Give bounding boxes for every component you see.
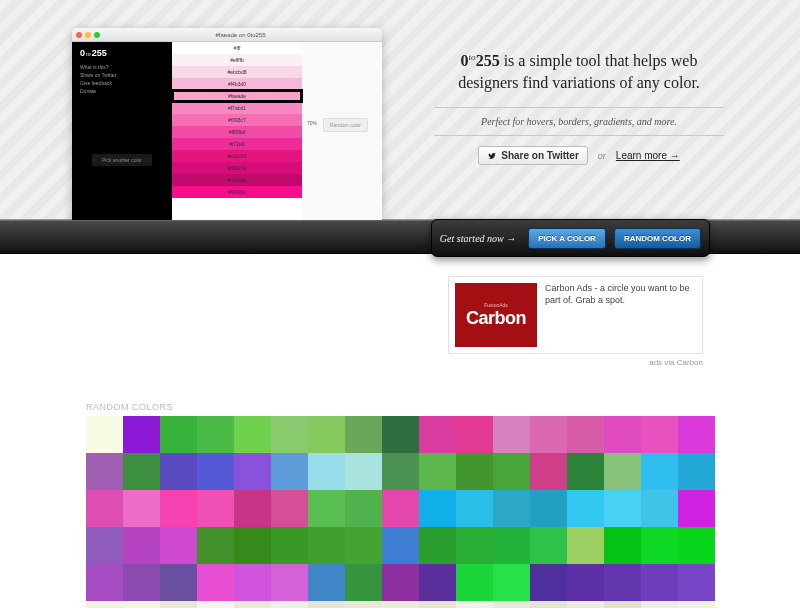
color-swatch[interactable]	[530, 490, 567, 527]
color-swatch[interactable]	[530, 453, 567, 490]
color-swatch[interactable]	[160, 416, 197, 453]
color-swatch[interactable]	[86, 601, 123, 608]
color-swatch[interactable]	[345, 527, 382, 564]
shade-swatch[interactable]: #f90d8a	[172, 186, 302, 198]
color-swatch[interactable]	[308, 453, 345, 490]
color-swatch[interactable]	[345, 601, 382, 608]
color-swatch[interactable]	[234, 453, 271, 490]
color-swatch[interactable]	[604, 416, 641, 453]
color-swatch[interactable]	[641, 416, 678, 453]
color-swatch[interactable]	[308, 490, 345, 527]
color-swatch[interactable]	[641, 527, 678, 564]
color-swatch[interactable]	[308, 416, 345, 453]
app-nav-link[interactable]: What is this?	[80, 64, 164, 70]
color-swatch[interactable]	[308, 564, 345, 601]
color-swatch[interactable]	[641, 564, 678, 601]
color-swatch[interactable]	[86, 453, 123, 490]
color-swatch[interactable]	[678, 416, 715, 453]
color-swatch[interactable]	[345, 453, 382, 490]
shade-swatch[interactable]: #f808af	[172, 126, 302, 138]
color-swatch[interactable]	[419, 601, 456, 608]
color-swatch[interactable]	[567, 527, 604, 564]
color-swatch[interactable]	[456, 416, 493, 453]
color-swatch[interactable]	[123, 601, 160, 608]
shade-swatch[interactable]: #ebcbd8	[172, 66, 302, 78]
color-swatch[interactable]	[123, 527, 160, 564]
shade-swatch[interactable]: #f093c7	[172, 114, 302, 126]
color-swatch[interactable]	[493, 490, 530, 527]
color-swatch[interactable]	[530, 527, 567, 564]
color-swatch[interactable]	[123, 453, 160, 490]
color-swatch[interactable]	[530, 416, 567, 453]
shade-swatch[interactable]: #f7abd1	[172, 102, 302, 114]
shade-swatch[interactable]: #f72a9	[172, 138, 302, 150]
shade-swatch[interactable]: #ed1c91	[172, 150, 302, 162]
shade-swatch[interactable]: #effffb	[172, 54, 302, 66]
color-swatch[interactable]	[382, 527, 419, 564]
color-swatch[interactable]	[382, 490, 419, 527]
color-swatch[interactable]	[234, 601, 271, 608]
color-swatch[interactable]	[197, 453, 234, 490]
ad-link[interactable]: FusionAds Carbon Carbon Ads - a circle y…	[448, 276, 703, 354]
color-swatch[interactable]	[234, 564, 271, 601]
color-swatch[interactable]	[308, 601, 345, 608]
color-swatch[interactable]	[456, 453, 493, 490]
ad-via-link[interactable]: ads via Carbon	[649, 358, 703, 367]
color-swatch[interactable]	[678, 490, 715, 527]
color-swatch[interactable]	[197, 490, 234, 527]
color-swatch[interactable]	[271, 453, 308, 490]
color-swatch[interactable]	[456, 564, 493, 601]
color-swatch[interactable]	[641, 490, 678, 527]
color-swatch[interactable]	[382, 564, 419, 601]
color-swatch[interactable]	[123, 564, 160, 601]
shade-swatch[interactable]: #faeade	[172, 90, 302, 102]
color-swatch[interactable]	[678, 453, 715, 490]
color-swatch[interactable]	[419, 453, 456, 490]
color-swatch[interactable]	[604, 453, 641, 490]
color-swatch[interactable]	[234, 416, 271, 453]
random-color-mini-button[interactable]: Random color	[323, 118, 368, 132]
color-swatch[interactable]	[197, 527, 234, 564]
color-swatch[interactable]	[604, 527, 641, 564]
color-swatch[interactable]	[197, 564, 234, 601]
shade-swatch[interactable]: #c20a6e	[172, 174, 302, 186]
color-swatch[interactable]	[567, 564, 604, 601]
color-swatch[interactable]	[456, 490, 493, 527]
color-swatch[interactable]	[271, 527, 308, 564]
shade-swatch[interactable]: #f4b3d0	[172, 78, 302, 90]
share-twitter-button[interactable]: Share on Twitter	[478, 146, 588, 165]
color-swatch[interactable]	[678, 527, 715, 564]
color-swatch[interactable]	[197, 416, 234, 453]
pick-a-color-button[interactable]: PICK A COLOR	[528, 228, 606, 249]
color-swatch[interactable]	[641, 453, 678, 490]
color-swatch[interactable]	[160, 490, 197, 527]
shade-swatch[interactable]: #fff	[172, 42, 302, 54]
app-nav-link[interactable]: Give feedback	[80, 80, 164, 86]
color-swatch[interactable]	[678, 564, 715, 601]
color-swatch[interactable]	[530, 601, 567, 608]
random-color-button[interactable]: RANDOM COLOR	[614, 228, 701, 249]
color-swatch[interactable]	[604, 601, 641, 608]
color-swatch[interactable]	[493, 527, 530, 564]
color-swatch[interactable]	[604, 490, 641, 527]
color-swatch[interactable]	[86, 564, 123, 601]
color-swatch[interactable]	[567, 416, 604, 453]
color-swatch[interactable]	[493, 564, 530, 601]
color-swatch[interactable]	[604, 564, 641, 601]
color-swatch[interactable]	[86, 527, 123, 564]
color-swatch[interactable]	[86, 490, 123, 527]
color-swatch[interactable]	[567, 601, 604, 608]
color-swatch[interactable]	[345, 564, 382, 601]
shade-swatch[interactable]: #d50c7a	[172, 162, 302, 174]
color-swatch[interactable]	[271, 564, 308, 601]
learn-more-link[interactable]: Learn more →	[616, 150, 680, 161]
color-swatch[interactable]	[234, 527, 271, 564]
color-swatch[interactable]	[345, 490, 382, 527]
color-swatch[interactable]	[419, 416, 456, 453]
color-swatch[interactable]	[197, 601, 234, 608]
color-swatch[interactable]	[160, 564, 197, 601]
color-swatch[interactable]	[271, 601, 308, 608]
app-nav-link[interactable]: Share on Twitter	[80, 72, 164, 78]
color-swatch[interactable]	[234, 490, 271, 527]
color-swatch[interactable]	[382, 453, 419, 490]
